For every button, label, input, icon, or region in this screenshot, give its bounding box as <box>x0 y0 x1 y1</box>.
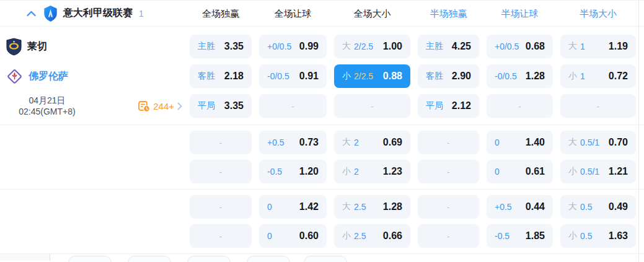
odds-value: 1.20 <box>299 166 319 177</box>
odds-cell[interactable]: +0.50.44 <box>487 195 553 219</box>
odds-column-headers: 全场独赢全场让球全场大小半场独赢半场让球半场大小 <box>190 1 636 27</box>
odds-line: 1 <box>580 41 585 51</box>
odds-value: 0.44 <box>526 201 545 212</box>
left-spacer <box>0 131 190 183</box>
odds-cell-selected[interactable]: 小2/2.50.88 <box>334 64 410 88</box>
league-match-count: 1 <box>139 9 144 19</box>
odds-cell[interactable]: 01.40 <box>487 131 553 154</box>
empty-dash: - <box>219 138 222 147</box>
odds-cell[interactable]: +0/0.50.99 <box>259 35 327 58</box>
more-markets-link[interactable]: 244+ <box>138 100 182 112</box>
odds-cell[interactable]: 大11.19 <box>560 35 636 58</box>
odds-cell[interactable]: 大2.51.28 <box>334 195 410 219</box>
cutoff-pill-button[interactable] <box>247 256 290 262</box>
away-team-name: 佛罗伦萨 <box>29 70 68 83</box>
odds-label: 客胜 <box>426 71 443 82</box>
odds-value: 0.73 <box>299 137 319 148</box>
empty-dash: - <box>219 232 222 241</box>
cutoff-pill-button[interactable] <box>68 256 112 262</box>
cutoff-column-header <box>641 9 644 19</box>
odds-cell[interactable]: 小2.50.66 <box>334 224 410 248</box>
match-meta-row: 04月21日 02:45(GMT+8) 244+ <box>0 94 190 118</box>
odds-cell[interactable]: -0.51.85 <box>487 224 553 248</box>
odds-value: 0.49 <box>609 201 628 212</box>
empty-dash: - <box>597 102 599 111</box>
away-team-badge-icon <box>6 68 23 85</box>
odds-cell-empty: - <box>190 160 252 183</box>
odds-label: 主胜 <box>426 41 443 52</box>
odds-value: 4.25 <box>452 41 471 52</box>
odds-cell[interactable]: 00.61 <box>487 160 553 183</box>
odds-cell[interactable]: 大0.5/10.70 <box>560 131 636 154</box>
main-markets-block: 莱切 佛罗伦萨 04月21日 02:45(GMT+8) <box>0 27 644 125</box>
odds-cell[interactable]: -0.51.20 <box>259 160 327 183</box>
odds-label: 大 <box>568 137 577 148</box>
column-header: 半场独赢 <box>418 1 479 27</box>
cutoff-pill-button[interactable] <box>187 256 231 262</box>
column-header: 半场大小 <box>560 1 636 27</box>
odds-label: 0 <box>495 167 500 177</box>
odds-cell[interactable]: 主胜3.35 <box>190 35 252 58</box>
odds-cell[interactable]: +0/0.50.68 <box>487 35 553 58</box>
odds-label: 大 <box>568 41 577 52</box>
odds-value: 1.40 <box>526 137 545 148</box>
odds-cell[interactable]: 大0.50.49 <box>560 195 636 219</box>
empty-dash: - <box>219 167 222 177</box>
odds-cell[interactable]: 大2/2.51.00 <box>334 35 410 58</box>
odds-cell[interactable]: 01.42 <box>259 195 327 219</box>
odds-label: 主胜 <box>198 41 215 52</box>
odds-line: 2.5 <box>354 231 366 241</box>
odds-cell[interactable]: 客胜2.90 <box>418 64 479 88</box>
cutoff-pill-button[interactable] <box>128 256 171 262</box>
odds-cell-empty: - <box>190 224 252 248</box>
odds-label: +0.5 <box>267 138 285 147</box>
odds-value: 0.60 <box>299 230 319 242</box>
odds-cell[interactable]: 主胜4.25 <box>418 35 479 58</box>
cutoff-pill-button[interactable] <box>304 256 347 262</box>
odds-grid-1: -+0.50.73大20.69-01.40大0.5/10.70--0.51.20… <box>190 131 636 183</box>
odds-line: 2/2.5 <box>354 71 373 81</box>
column-header: 全场大小 <box>334 1 410 27</box>
odds-cell[interactable]: +0.50.73 <box>259 131 327 154</box>
odds-cell[interactable]: 平局3.35 <box>190 94 252 118</box>
odds-cell[interactable]: 小0.5/11.21 <box>560 160 636 183</box>
odds-cell[interactable]: 大20.69 <box>334 131 410 154</box>
odds-label: 小 <box>568 166 577 177</box>
odds-label: 客胜 <box>198 71 215 82</box>
collapse-league-button[interactable] <box>27 11 36 17</box>
odds-cell[interactable]: 小10.72 <box>560 64 636 88</box>
odds-value: 2.12 <box>452 100 471 111</box>
odds-cell-empty: - <box>190 195 252 219</box>
odds-line: 0.5 <box>580 202 592 212</box>
odds-label: 大 <box>342 137 351 148</box>
odds-label: 小 <box>568 71 577 82</box>
odds-cell-empty: - <box>487 94 553 118</box>
column-header: 全场让球 <box>259 1 327 27</box>
chevron-up-icon <box>27 11 36 17</box>
odds-line: 2 <box>354 138 359 147</box>
odds-cell[interactable]: -0/0.50.91 <box>259 64 327 88</box>
odds-value: 0.68 <box>526 41 545 52</box>
odds-value: 3.35 <box>224 100 244 111</box>
odds-cell[interactable]: 客胜2.18 <box>190 64 252 88</box>
betting-odds-panel: 意大利甲级联赛 1 全场独赢全场让球全场大小半场独赢半场让球半场大小 莱切 <box>0 0 644 262</box>
odds-value: 1.85 <box>526 230 545 242</box>
odds-line: 0.5 <box>580 231 592 241</box>
match-time: 02:45(GMT+8) <box>0 106 94 117</box>
odds-value: 1.28 <box>383 201 402 212</box>
odds-label: 0 <box>267 202 272 212</box>
odds-value: 1.28 <box>526 71 545 82</box>
odds-cell[interactable]: 平局2.12 <box>418 94 479 118</box>
home-team-row: 莱切 <box>0 35 190 58</box>
odds-cell-empty: - <box>418 195 479 219</box>
odds-value: 0.69 <box>383 137 402 148</box>
odds-cell[interactable]: 00.60 <box>259 224 327 248</box>
odds-cell[interactable]: -0/0.51.28 <box>487 64 553 88</box>
odds-cell[interactable]: 小0.51.63 <box>560 224 636 248</box>
odds-line: 2 <box>354 167 359 177</box>
empty-dash: - <box>447 138 449 147</box>
odds-cell[interactable]: 小21.23 <box>334 160 410 183</box>
match-info-panel: 莱切 佛罗伦萨 04月21日 02:45(GMT+8) <box>0 35 190 118</box>
odds-value: 1.19 <box>609 41 628 52</box>
odds-value: 0.66 <box>383 230 402 242</box>
